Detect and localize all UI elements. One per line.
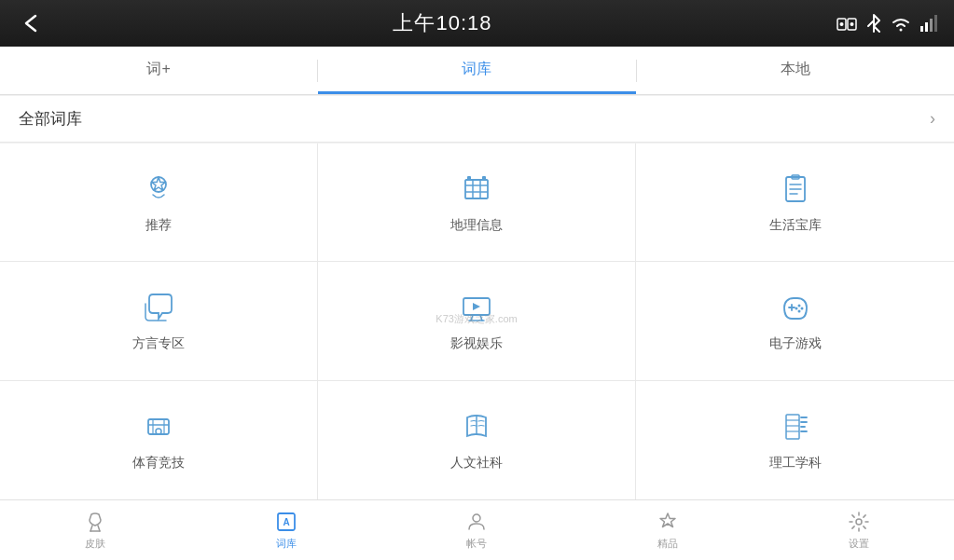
main-area: 词+ 词库 本地 全部词库 › 推荐 — [0, 47, 954, 560]
ciku-nav-label: 词库 — [276, 537, 297, 551]
humanities-label: 人文社科 — [450, 455, 503, 471]
svg-point-22 — [800, 307, 803, 310]
life-icon — [777, 171, 814, 208]
svg-point-21 — [797, 305, 800, 307]
svg-rect-11 — [482, 176, 486, 181]
svg-text:A: A — [283, 517, 289, 527]
svg-rect-6 — [930, 19, 933, 32]
svg-point-3 — [850, 22, 854, 26]
nav-skin[interactable]: 皮肤 — [0, 500, 191, 560]
humanities-icon — [458, 408, 495, 445]
bottom-nav: 皮肤 A 词库 帐号 — [0, 499, 954, 560]
games-icon — [777, 289, 814, 326]
grid-item-dialect[interactable]: 方言专区 — [0, 262, 318, 380]
svg-rect-5 — [925, 22, 928, 32]
entertainment-label: 影视娱乐 — [450, 335, 503, 352]
grid-item-games[interactable]: 电子游戏 — [636, 262, 954, 380]
top-tabs: 词+ 词库 本地 — [0, 47, 954, 95]
nav-ciku[interactable]: A 词库 — [191, 500, 382, 560]
bluetooth-icon — [866, 13, 881, 34]
tab-ciku[interactable]: 词库 — [318, 47, 635, 94]
grid-item-entertainment[interactable]: 影视娱乐 K73游戏之家.com — [318, 262, 636, 380]
recommend-icon — [140, 171, 177, 208]
category-grid: 推荐 地理信息 — [0, 143, 954, 499]
ciku-nav-icon: A — [275, 511, 297, 533]
settings-nav-icon — [848, 511, 870, 533]
svg-point-2 — [840, 22, 844, 26]
svg-point-23 — [797, 310, 800, 313]
recommend-label: 推荐 — [145, 217, 172, 234]
nav-settings[interactable]: 设置 — [763, 500, 954, 560]
svg-point-41 — [473, 514, 480, 522]
skin-nav-icon — [84, 511, 106, 533]
tab-ciplus[interactable]: 词+ — [0, 47, 317, 94]
skin-nav-label: 皮肤 — [85, 537, 105, 551]
wifi-icon — [891, 15, 911, 32]
svg-rect-10 — [467, 176, 471, 181]
grid-item-geo[interactable]: 地理信息 — [318, 143, 636, 262]
status-time: 上午10:18 — [393, 9, 491, 37]
sports-label: 体育竞技 — [132, 455, 185, 471]
geo-icon — [458, 171, 495, 208]
camera-icon — [836, 15, 857, 32]
science-icon — [777, 408, 814, 445]
grid-item-life[interactable]: 生活宝库 — [636, 143, 954, 262]
grid-item-recommend[interactable]: 推荐 — [0, 143, 318, 262]
science-label: 理工学科 — [769, 455, 822, 471]
dialect-label: 方言专区 — [132, 335, 185, 352]
status-icons — [836, 13, 939, 34]
dialect-icon — [140, 289, 177, 326]
section-header[interactable]: 全部词库 › — [0, 96, 954, 143]
signal-icon — [920, 15, 939, 32]
featured-nav-label: 精品 — [657, 537, 678, 551]
svg-point-42 — [856, 519, 862, 525]
games-label: 电子游戏 — [769, 335, 822, 352]
svg-rect-25 — [148, 419, 169, 434]
sports-icon — [140, 408, 177, 445]
entertainment-icon — [458, 289, 495, 326]
svg-rect-9 — [465, 180, 488, 198]
geo-label: 地理信息 — [450, 217, 503, 234]
section-title: 全部词库 — [19, 108, 82, 130]
back-button[interactable] — [15, 7, 48, 40]
svg-rect-7 — [934, 15, 937, 32]
grid-item-science[interactable]: 理工学科 — [636, 381, 954, 499]
svg-rect-30 — [786, 415, 799, 439]
grid-item-humanities[interactable]: 人文社科 — [318, 381, 636, 499]
nav-account[interactable]: 帐号 — [381, 500, 573, 560]
featured-nav-icon — [657, 511, 679, 533]
life-label: 生活宝库 — [769, 217, 822, 234]
svg-point-24 — [795, 307, 797, 310]
grid-item-sports[interactable]: 体育竞技 — [0, 381, 318, 499]
account-nav-icon — [465, 511, 488, 533]
svg-rect-4 — [920, 26, 923, 32]
tab-local[interactable]: 本地 — [637, 47, 954, 94]
chevron-right-icon: › — [930, 109, 935, 129]
settings-nav-label: 设置 — [849, 537, 869, 551]
nav-featured[interactable]: 精品 — [573, 500, 764, 560]
account-nav-label: 帐号 — [466, 537, 487, 551]
status-bar: 上午10:18 — [0, 0, 954, 47]
